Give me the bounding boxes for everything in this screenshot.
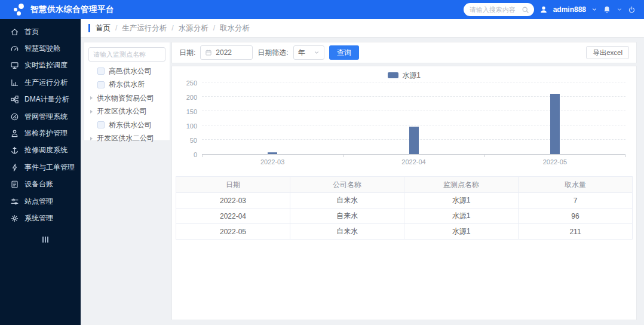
chart-bar: [550, 94, 560, 154]
sidebar-item-label: 站点管理: [24, 197, 53, 207]
chevron-down-icon[interactable]: [617, 7, 622, 13]
station-icon: [10, 197, 19, 206]
y-axis-label: 50: [179, 137, 197, 144]
breadcrumb-item[interactable]: 生产运行分析: [122, 23, 167, 33]
device-icon: [10, 180, 19, 189]
sidebar-item-inspection[interactable]: 巡检养护管理: [0, 125, 81, 142]
cockpit-icon: [10, 44, 19, 53]
checkbox[interactable]: [97, 121, 105, 128]
table-header-row: 日期公司名称监测点名称取水量: [176, 177, 633, 193]
tree-item-label: 供水物资贸易公司: [97, 93, 154, 103]
sidebar-item-home[interactable]: 首页: [0, 23, 81, 40]
tree-item-label: 高邑供水公司: [109, 66, 152, 76]
tree-search-input[interactable]: [88, 47, 165, 62]
chevron-down-icon: [314, 50, 320, 56]
chart-legend-item[interactable]: 水源1: [172, 70, 636, 81]
tree-item-label: 桥东供水公司: [109, 120, 152, 130]
username[interactable]: admin888: [553, 5, 586, 14]
pipeline-icon: [10, 112, 19, 121]
breadcrumb-item[interactable]: 首页: [96, 23, 111, 33]
date-value: 2022: [216, 48, 232, 57]
sidebar-item-device[interactable]: 设备台账: [0, 176, 81, 193]
chevron-down-icon[interactable]: [591, 7, 597, 13]
sidebar-item-dma[interactable]: DMA计量分析: [0, 91, 81, 108]
monitor-icon: [10, 61, 19, 70]
y-axis-label: 200: [179, 94, 197, 101]
breadcrumb-item[interactable]: 水源分析: [179, 23, 208, 33]
calendar-icon: [205, 49, 212, 56]
power-icon[interactable]: [628, 6, 636, 14]
app-logo-icon: [13, 4, 25, 16]
table-cell: 自来水: [290, 193, 404, 209]
sidebar-item-analysis[interactable]: 生产运行分析: [0, 74, 81, 91]
table-body: 2022-03自来水水源172022-04自来水水源1962022-05自来水水…: [176, 193, 633, 240]
sidebar-item-label: 首页: [24, 27, 39, 37]
content-area: 高邑供水公司桥东供水所供水物资贸易公司开发区供水公司桥东供水公司开发区供水二公司…: [81, 37, 644, 325]
expand-caret-icon[interactable]: [90, 110, 93, 114]
expand-caret-icon[interactable]: [90, 96, 93, 100]
app-title: 智慧供水综合管理平台: [30, 4, 114, 15]
sidebar-item-monitor[interactable]: 实时监控调度: [0, 57, 81, 74]
period-select[interactable]: 年: [293, 45, 324, 60]
tree-item[interactable]: 高邑供水公司: [88, 65, 165, 78]
gridline: [202, 82, 625, 82]
checkbox[interactable]: [97, 68, 105, 75]
chart-table-card: 水源1 050100150200250 2022-032022-042022-0…: [171, 66, 637, 320]
search-input[interactable]: [468, 5, 519, 14]
filter-toolbar: 日期: 2022 日期筛选: 年 查询 导出excel: [171, 42, 637, 63]
header-search[interactable]: [464, 3, 534, 16]
expand-caret-icon[interactable]: [90, 137, 93, 140]
sidebar-item-gear[interactable]: 系统管理: [0, 210, 81, 226]
sidebar-item-cockpit[interactable]: 智慧驾驶舱: [0, 40, 81, 57]
table-cell: 自来水: [290, 209, 404, 224]
tree-item[interactable]: 开发区供水二公司: [88, 132, 165, 146]
tree-item-label: 桥东供水所: [109, 79, 145, 90]
tree-item[interactable]: 供水物资贸易公司: [88, 91, 165, 105]
sidebar-item-label: 系统管理: [24, 213, 53, 223]
sidebar-item-label: 生产运行分析: [24, 78, 68, 88]
dma-icon: [10, 95, 19, 104]
sidebar-item-pipeline[interactable]: 管网管理系统: [0, 108, 81, 125]
axis-tick: [484, 155, 485, 157]
legend-label: 水源1: [402, 70, 421, 81]
sidebar-item-repair[interactable]: 抢修调度系统: [0, 142, 81, 159]
inspection-icon: [10, 129, 19, 138]
table-cell: 7: [519, 193, 633, 209]
table-cell: 水源1: [404, 224, 519, 240]
tree-item-label: 开发区供水二公司: [97, 133, 154, 143]
repair-icon: [10, 146, 19, 155]
search-icon[interactable]: [522, 6, 529, 14]
app-header: 智慧供水综合管理平台 admin888: [0, 0, 644, 19]
table-row: 2022-05自来水水源1211: [176, 224, 633, 240]
export-excel-button[interactable]: 导出excel: [586, 46, 629, 59]
chart-bar: [268, 152, 277, 154]
query-button[interactable]: 查询: [329, 45, 359, 60]
bell-icon[interactable]: [603, 5, 611, 14]
tree-item[interactable]: 开发区供水公司: [88, 105, 165, 119]
bar-chart: 050100150200250 2022-032022-042022-05: [179, 83, 625, 171]
sidebar-item-label: DMA计量分析: [24, 94, 69, 105]
sidebar-item-workorder[interactable]: 事件与工单管理: [0, 159, 81, 176]
gridline: [202, 111, 625, 111]
table-cell: 2022-05: [176, 224, 290, 240]
sidebar-item-station[interactable]: 站点管理: [0, 193, 81, 210]
x-axis-label: 2022-04: [401, 158, 425, 165]
user-icon[interactable]: [539, 5, 548, 14]
chart-y-axis: 050100150200250: [179, 83, 197, 155]
sidebar-item-label: 设备台账: [24, 179, 53, 189]
chart-bar: [409, 127, 419, 154]
checkbox[interactable]: [97, 81, 105, 88]
table-header-cell: 监测点名称: [404, 177, 519, 193]
sidebar-item-label: 事件与工单管理: [24, 162, 75, 173]
date-picker[interactable]: 2022: [200, 45, 253, 60]
tree-item[interactable]: 桥东供水所: [88, 78, 165, 92]
table-cell: 211: [519, 224, 633, 240]
table-cell: 2022-04: [176, 209, 290, 224]
gridline: [202, 125, 625, 125]
sidebar-collapse-icon[interactable]: [0, 237, 81, 243]
table-header-cell: 日期: [176, 177, 290, 193]
tree-item[interactable]: 桥东供水公司: [88, 118, 165, 132]
breadcrumb-item[interactable]: 取水分析: [220, 23, 250, 33]
table-cell: 2022-03: [176, 193, 290, 209]
breadcrumb-accent-bar: [88, 24, 90, 32]
